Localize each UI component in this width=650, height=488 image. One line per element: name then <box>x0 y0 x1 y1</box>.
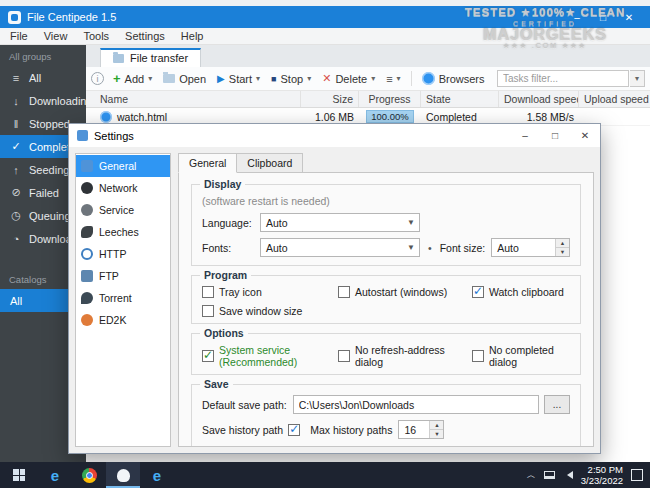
dialog-close-icon[interactable]: ✕ <box>570 124 600 147</box>
font-size-label: Font size: <box>440 242 486 254</box>
service-icon <box>81 204 93 216</box>
spinner-arrows[interactable]: ▲▼ <box>429 421 443 438</box>
nav-item-leeches[interactable]: Leeches <box>76 221 170 243</box>
col-upload-speed[interactable]: Upload speed <box>579 91 650 107</box>
add-button[interactable]: + Add ▾ <box>108 71 157 87</box>
progress-bar: 100.00% <box>366 110 414 123</box>
chevron-down-icon: ▾ <box>371 74 375 83</box>
tasks-filter-input[interactable] <box>497 70 629 87</box>
chevron-down-icon: ▼ <box>403 243 419 252</box>
font-size-spinner[interactable]: Auto ▲▼ <box>491 238 570 257</box>
chevron-down-icon: ▼ <box>403 218 419 227</box>
more-menu-button[interactable]: ≡ ▾ <box>381 71 405 87</box>
plus-icon: + <box>113 74 121 84</box>
nav-item-network[interactable]: Network <box>76 177 170 199</box>
save-window-size-option[interactable]: Save window size <box>202 305 338 317</box>
col-progress[interactable]: Progress <box>359 91 421 107</box>
taskbar-ie[interactable]: e <box>140 462 174 488</box>
chevron-down-icon: ▾ <box>635 74 639 83</box>
taskbar-file-centipede[interactable] <box>106 462 140 488</box>
nav-item-ftp[interactable]: FTP <box>76 265 170 287</box>
sidebar-item-all[interactable]: ≡ All <box>0 66 86 89</box>
autostart-option[interactable]: Autostart (windows) <box>338 286 472 298</box>
save-history-checkbox[interactable] <box>288 424 300 436</box>
info-icon[interactable]: i <box>91 72 104 85</box>
dialog-maximize-icon[interactable]: □ <box>540 124 570 147</box>
spin-down-icon[interactable]: ▼ <box>430 430 443 438</box>
menu-tools[interactable]: Tools <box>75 29 117 43</box>
hidden-icons-chevron[interactable]: ︿ <box>527 469 536 482</box>
col-name[interactable]: Name <box>86 91 301 107</box>
checkbox[interactable] <box>202 286 214 298</box>
tab-file-transfer[interactable]: File transfer <box>100 48 201 67</box>
settings-title: Settings <box>94 130 134 142</box>
bullet-separator: • <box>428 242 432 254</box>
donkey-icon <box>81 314 93 326</box>
window-title: File Centipede 1.5 <box>27 11 116 23</box>
transfer-tab-icon <box>113 54 124 63</box>
fonts-select[interactable]: Auto ▼ <box>260 238 420 257</box>
spinner-arrows[interactable]: ▲▼ <box>555 239 569 256</box>
menu-help[interactable]: Help <box>173 29 212 43</box>
tab-general[interactable]: General <box>178 153 237 173</box>
edge-icon: e <box>51 467 59 484</box>
no-completed-dialog-option[interactable]: No completed dialog <box>472 344 570 368</box>
checkbox[interactable] <box>338 286 350 298</box>
delete-icon: ✕ <box>322 72 331 85</box>
col-state[interactable]: State <box>421 91 499 107</box>
toolbar-separator <box>411 71 412 86</box>
file-name: watch.html <box>117 111 167 123</box>
checkbox[interactable] <box>202 305 214 317</box>
taskbar-chrome[interactable] <box>72 462 106 488</box>
checkbox[interactable] <box>202 350 214 362</box>
max-history-spinner[interactable]: 16 ▲▼ <box>398 420 444 439</box>
menu-view[interactable]: View <box>36 29 76 43</box>
default-save-path-input[interactable] <box>293 395 539 414</box>
taskbar-edge[interactable]: e <box>38 462 72 488</box>
nav-item-service[interactable]: Service <box>76 199 170 221</box>
stop-button[interactable]: ■ Stop ▾ <box>266 71 316 87</box>
puzzle-icon <box>81 160 93 172</box>
delete-button[interactable]: ✕ Delete ▾ <box>317 70 380 87</box>
sidebar-item-label: Stopped <box>29 118 70 130</box>
network-tray-icon[interactable] <box>544 471 555 479</box>
menu-file[interactable]: File <box>2 29 36 43</box>
spin-down-icon[interactable]: ▼ <box>556 248 569 256</box>
open-button[interactable]: Open <box>158 71 211 87</box>
chevron-down-icon: ▾ <box>256 74 260 83</box>
tab-clipboard[interactable]: Clipboard <box>236 153 303 173</box>
checkbox[interactable] <box>338 350 350 362</box>
taskbar-clock[interactable]: 2:50 PM 3/23/2022 <box>581 464 623 487</box>
browsers-button[interactable]: Browsers <box>417 70 490 87</box>
volume-tray-icon[interactable] <box>563 471 573 479</box>
language-select[interactable]: Auto ▼ <box>260 213 420 232</box>
no-refresh-address-option[interactable]: No refresh-address dialog <box>338 344 472 368</box>
menu-settings[interactable]: Settings <box>117 29 173 43</box>
tray-icon-option[interactable]: Tray icon <box>202 286 338 298</box>
start-button[interactable] <box>0 462 38 488</box>
watch-clipboard-option[interactable]: Watch clipboard <box>472 286 570 298</box>
browse-button[interactable]: ... <box>544 395 570 414</box>
col-download-speed[interactable]: Download speed <box>499 91 579 107</box>
nav-item-ed2k[interactable]: ED2K <box>76 309 170 331</box>
col-size[interactable]: Size <box>301 91 359 107</box>
checkbox[interactable] <box>472 286 484 298</box>
table-header: Name Size Progress State Download speed … <box>86 91 650 108</box>
nav-item-general[interactable]: General <box>76 155 170 177</box>
close-icon[interactable]: ✕ <box>616 12 642 23</box>
start-button[interactable]: ▶ Start ▾ <box>212 71 265 87</box>
sidebar-item-downloading[interactable]: ↓ Downloading <box>0 89 86 112</box>
system-service-option[interactable]: System service (Recommended) <box>202 344 338 368</box>
filter-dropdown-button[interactable]: ▾ <box>630 70 645 87</box>
minimize-icon[interactable]: – <box>564 12 590 23</box>
nav-item-http[interactable]: HTTP <box>76 243 170 265</box>
nav-item-torrent[interactable]: Torrent <box>76 287 170 309</box>
spin-up-icon[interactable]: ▲ <box>430 421 443 430</box>
dialog-minimize-icon[interactable]: – <box>510 124 540 147</box>
play-icon: ▶ <box>217 73 225 84</box>
checkbox[interactable] <box>472 350 484 362</box>
window-controls: – □ ✕ <box>564 12 642 23</box>
action-center-icon[interactable] <box>631 469 643 481</box>
spin-up-icon[interactable]: ▲ <box>556 239 569 248</box>
maximize-icon[interactable]: □ <box>590 12 616 23</box>
